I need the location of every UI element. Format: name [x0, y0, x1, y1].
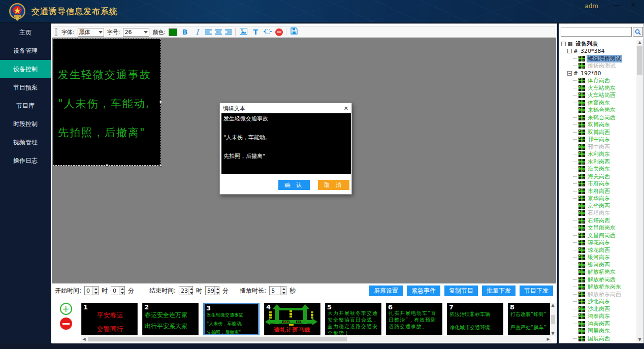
- tree-device-item[interactable]: 火车站岗东: [560, 84, 637, 92]
- scrollbar-thumb[interactable]: [637, 46, 642, 75]
- close-icon[interactable]: ✕: [628, 1, 639, 9]
- tree-device-item[interactable]: 来鹤台岗东: [560, 107, 637, 114]
- color-swatch[interactable]: [169, 28, 177, 36]
- tree-device-item[interactable]: 解放桥东岗东: [560, 283, 637, 291]
- scroll-right-arrow[interactable]: ▶: [545, 336, 551, 342]
- align-center-icon[interactable]: [215, 29, 222, 35]
- spinner-arrows[interactable]: [280, 287, 286, 295]
- tree-device-item[interactable]: 双博岗东: [560, 121, 637, 129]
- spinner-arrows[interactable]: [214, 287, 219, 295]
- logged-in-user[interactable]: adm: [585, 3, 598, 10]
- playlist-item-1[interactable]: 1平安春运交警同行: [81, 303, 138, 335]
- collapse-icon[interactable]: −: [567, 49, 572, 53]
- dialog-titlebar[interactable]: 编辑文本 ✕: [220, 103, 351, 113]
- sidebar-item-operation-log[interactable]: 操作日志: [0, 151, 51, 170]
- font-select[interactable]: 黑体: [78, 28, 104, 37]
- scroll-up-arrow[interactable]: ▲: [551, 303, 554, 308]
- duration-spinner[interactable]: 5: [269, 286, 286, 295]
- end-minute-spinner[interactable]: 59: [205, 286, 219, 295]
- confirm-button[interactable]: 确 认: [278, 180, 310, 190]
- scroll-left-arrow[interactable]: ◀: [81, 336, 87, 342]
- tree-device-item[interactable]: 海关岗西: [560, 173, 637, 180]
- playlist-item-5[interactable]: 5大力开展秋冬季交通安全整治百日会战，全力稳定道路交通安全形势！: [325, 303, 381, 335]
- collapse-icon[interactable]: −: [567, 71, 572, 76]
- tree-device-item[interactable]: 水利岗东: [560, 151, 637, 158]
- dialog-close-icon[interactable]: ✕: [344, 105, 348, 112]
- tree-root-device-list[interactable]: −设备列表: [560, 40, 637, 48]
- tree-device-item[interactable]: 双博岗西: [560, 129, 637, 136]
- text-tool-icon[interactable]: T: [251, 27, 260, 37]
- tree-device-item[interactable]: 沙北岗西: [560, 305, 637, 313]
- tree-device-item[interactable]: 银河岗东: [560, 254, 637, 262]
- italic-button[interactable]: I: [192, 27, 202, 37]
- minimize-icon[interactable]: —: [611, 1, 623, 9]
- save-icon[interactable]: [289, 27, 299, 37]
- program-send-button[interactable]: 节目下发: [520, 285, 553, 296]
- tree-device-item[interactable]: 国展岗东: [560, 328, 637, 335]
- no-entry-icon[interactable]: [275, 28, 283, 36]
- tree-device-item[interactable]: 琼花岗东: [560, 239, 637, 247]
- playlist-item-2[interactable]: 2春运安全连万家出行平安系大家: [142, 303, 199, 335]
- tree-device-item[interactable]: 解放桥岗西: [560, 276, 637, 283]
- led-preview[interactable]: 发生轻微交通事故"人未伤，车能动,先拍照，后撤离": [53, 39, 161, 166]
- device-search-input[interactable]: [561, 27, 632, 37]
- insert-image-icon[interactable]: [239, 27, 248, 37]
- toolbar-grip[interactable]: [55, 28, 57, 36]
- font-size-select[interactable]: 26: [123, 28, 149, 37]
- tree-device-item[interactable]: 京华岗西: [560, 202, 637, 210]
- batch-send-button[interactable]: 批量下发: [482, 285, 516, 296]
- tree-device-item[interactable]: 鸿泰岗西: [560, 320, 637, 328]
- tree-device-item[interactable]: 来鹤台岗西: [560, 114, 637, 121]
- copy-program-button[interactable]: 复制节目: [444, 285, 478, 296]
- tree-device-item[interactable]: 解放桥东岗西: [560, 291, 637, 298]
- end-hour-spinner[interactable]: 23: [179, 286, 193, 295]
- sidebar-item-video-management[interactable]: 视频管理: [0, 133, 51, 151]
- tree-device-item[interactable]: 文昌阁岗西: [560, 232, 637, 239]
- bold-button[interactable]: B: [180, 27, 189, 37]
- tree-device-item[interactable]: 市府岗西: [560, 187, 637, 195]
- sidebar-item-time-control[interactable]: 时段控制: [0, 115, 51, 133]
- device-tree-scrollbar[interactable]: ▲ ▼: [636, 40, 643, 342]
- tree-device-item[interactable]: 文昌阁岗东: [560, 225, 637, 232]
- collapse-icon[interactable]: −: [561, 42, 566, 46]
- align-left-icon[interactable]: [205, 29, 212, 35]
- sidebar-item-device-control[interactable]: 设备控制: [0, 60, 51, 78]
- tree-device-item[interactable]: 维扬岗测试: [560, 62, 637, 70]
- tree-device-item[interactable]: 沙北岗东: [560, 298, 637, 306]
- tree-device-item[interactable]: 火车站岗西: [560, 92, 637, 100]
- align-right-icon[interactable]: [225, 29, 232, 35]
- screen-settings-button[interactable]: 屏幕设置: [369, 285, 403, 296]
- playlist-item-6[interactable]: 6扎实开展电动车“百日整治”，有效预防道路交通事故。: [386, 303, 442, 335]
- scrollbar-thumb[interactable]: [551, 315, 555, 324]
- tree-device-item[interactable]: 螺丝湾桥测试: [560, 55, 637, 62]
- tree-device-item[interactable]: 市府岗东: [560, 180, 637, 188]
- playlist-item-3[interactable]: 3发生轻微交通事故"人未伤，车能动,先拍照，后撤离": [203, 303, 260, 335]
- tree-device-item[interactable]: 海关岗东: [560, 166, 637, 173]
- scroll-down-arrow[interactable]: ▼: [638, 337, 641, 342]
- tree-device-item[interactable]: 体育岗东: [560, 99, 637, 107]
- scrollbar-thumb[interactable]: [88, 337, 347, 341]
- resize-handle-bottom[interactable]: [106, 164, 108, 167]
- tree-device-item[interactable]: 石塔岗东: [560, 210, 637, 217]
- spinner-arrows[interactable]: [119, 287, 124, 295]
- sidebar-item-program-library[interactable]: 节目库: [0, 97, 51, 115]
- dialog-textarea[interactable]: 发生轻微交通事故 "人未伤，车能动, 先拍照，后撤离": [221, 113, 351, 174]
- tree-device-item[interactable]: 解放桥岗东: [560, 269, 637, 276]
- start-minute-spinner[interactable]: 0: [111, 286, 125, 295]
- spinner-arrows[interactable]: [188, 287, 192, 295]
- tree-device-item[interactable]: 鸿泰岗东: [560, 313, 637, 321]
- tree-device-item[interactable]: 银河岗西: [560, 261, 637, 269]
- tree-device-item[interactable]: 国展岗西: [560, 335, 637, 342]
- sidebar-item-home[interactable]: 主页: [0, 23, 51, 42]
- tree-group-320*384[interactable]: −#320*384: [560, 48, 637, 55]
- playlist-horizontal-scrollbar[interactable]: ◀ ▶: [81, 336, 551, 342]
- remove-program-button[interactable]: [60, 318, 72, 330]
- playlist-item-4[interactable]: 4102420请礼让斑马线: [264, 303, 320, 335]
- emergency-event-button[interactable]: 紧急事件: [407, 285, 440, 296]
- scroll-down-arrow[interactable]: ▼: [551, 331, 554, 336]
- tree-device-item[interactable]: 京华岗东: [560, 195, 637, 203]
- scroll-up-arrow[interactable]: ▲: [638, 40, 641, 45]
- cancel-button[interactable]: 取 消: [318, 180, 349, 190]
- start-hour-spinner[interactable]: 0: [84, 286, 99, 295]
- tree-device-item[interactable]: 体育岗西: [560, 77, 637, 85]
